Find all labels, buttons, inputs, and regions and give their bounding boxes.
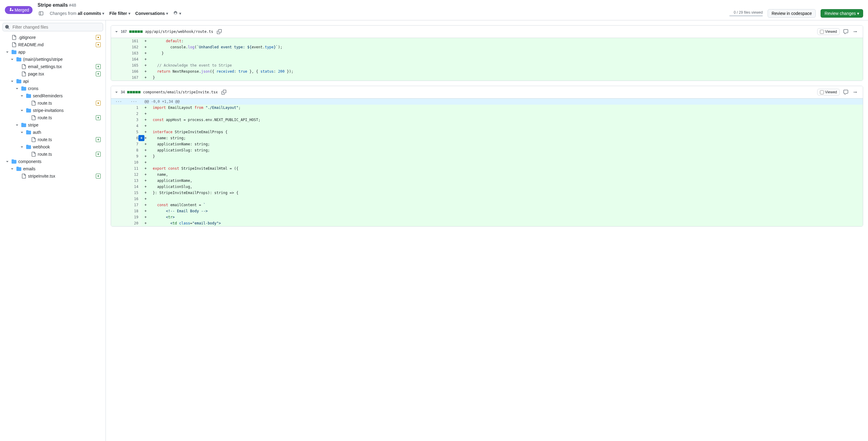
comment-icon[interactable] bbox=[842, 89, 849, 96]
diff-line[interactable]: 165+ // Acknowledge the event to Stripe bbox=[111, 62, 863, 68]
line-number-old bbox=[111, 50, 126, 56]
file-icon bbox=[11, 35, 17, 40]
tree-folder[interactable]: stripe bbox=[2, 121, 103, 129]
tree-file[interactable]: route.ts bbox=[2, 99, 103, 107]
line-number-old bbox=[111, 38, 126, 44]
line-number-new: 5 bbox=[126, 129, 142, 135]
tree-folder[interactable]: webhook bbox=[2, 143, 103, 151]
line-number-new: 19 bbox=[126, 214, 142, 220]
diff-line[interactable]: 167+} bbox=[111, 74, 863, 81]
diff-sign: + bbox=[142, 68, 150, 74]
line-number-old bbox=[111, 196, 126, 202]
tree-file[interactable]: README.md bbox=[2, 41, 103, 49]
conversations-dropdown[interactable]: Conversations ▾ bbox=[135, 11, 168, 16]
review-codespace-button[interactable]: Review in codespace bbox=[768, 9, 816, 18]
diff-line[interactable]: 9+} bbox=[111, 153, 863, 159]
diff-line[interactable]: 161+ default: bbox=[111, 38, 863, 44]
line-code: name, bbox=[150, 171, 863, 178]
settings-dropdown[interactable]: ▾ bbox=[173, 11, 181, 16]
line-number-old bbox=[111, 214, 126, 220]
line-number-old bbox=[111, 74, 126, 81]
diff-line[interactable]: 18+ <!-- Email Body --> bbox=[111, 208, 863, 214]
tree-item-label: stripeInvite.tsx bbox=[28, 174, 94, 179]
tree-folder[interactable]: app bbox=[2, 49, 103, 56]
copy-path-icon[interactable] bbox=[216, 28, 223, 35]
diff-line[interactable]: 6++ name: string; bbox=[111, 135, 863, 141]
diff-line[interactable]: 5+interface StripeInviteEmailProps { bbox=[111, 129, 863, 135]
diff-line[interactable]: 13+ applicationName, bbox=[111, 178, 863, 184]
diff-line[interactable]: 8+ applicationSlug: string; bbox=[111, 147, 863, 153]
diff-sign: + bbox=[142, 220, 150, 226]
comment-icon[interactable] bbox=[842, 28, 849, 35]
diff-line[interactable]: 166+ return NextResponse.json({ received… bbox=[111, 68, 863, 74]
tree-folder[interactable]: stripe-invitations bbox=[2, 107, 103, 114]
diff-sign: + bbox=[142, 74, 150, 81]
diff-line[interactable]: 2+ bbox=[111, 111, 863, 117]
diff-sign: + bbox=[142, 208, 150, 214]
kebab-menu-icon[interactable] bbox=[852, 28, 859, 35]
diff-line[interactable]: 17+ const emailContent = ` bbox=[111, 202, 863, 208]
tree-file[interactable]: email_settings.tsx+ bbox=[2, 63, 103, 70]
tree-file[interactable]: route.ts+ bbox=[2, 114, 103, 121]
diff-line[interactable]: 7+ applicationName: string; bbox=[111, 141, 863, 147]
diff-line[interactable]: 19+ <tr> bbox=[111, 214, 863, 220]
viewed-checkbox[interactable]: Viewed bbox=[817, 89, 840, 95]
tree-file[interactable]: .gitignore bbox=[2, 34, 103, 41]
line-code: console.log(`Unhandled event type: ${eve… bbox=[150, 44, 863, 50]
sidebar-toggle-icon[interactable] bbox=[37, 10, 45, 17]
diff-line[interactable]: 15+}: StripeInviteEmailProps): string =>… bbox=[111, 190, 863, 196]
add-comment-button[interactable]: + bbox=[138, 135, 145, 141]
diff-line[interactable]: 16+ bbox=[111, 196, 863, 202]
diff-line[interactable]: 3+const appHost = process.env.NEXT_PUBLI… bbox=[111, 117, 863, 123]
viewed-checkbox[interactable]: Viewed bbox=[817, 28, 840, 35]
copy-path-icon[interactable] bbox=[220, 89, 227, 96]
folder-icon bbox=[26, 130, 31, 135]
line-number-old bbox=[111, 44, 126, 50]
diff-line[interactable]: 12+ name, bbox=[111, 171, 863, 178]
tree-folder[interactable]: sendReminders bbox=[2, 92, 103, 99]
expand-icon[interactable]: ··· bbox=[111, 98, 126, 105]
diff-sign: + bbox=[142, 141, 150, 147]
expand-icon[interactable]: ··· bbox=[126, 98, 142, 105]
file-path[interactable]: components/emails/stripeInvite.tsx bbox=[143, 90, 218, 94]
diff-line[interactable]: 20+ <td class="email-body"> bbox=[111, 220, 863, 226]
tree-file[interactable]: page.tsx+ bbox=[2, 70, 103, 77]
tree-folder[interactable]: (main)/settings/stripe bbox=[2, 56, 103, 63]
line-code: import EmailLayout from "./EmailLayout"; bbox=[150, 105, 863, 111]
changes-from-dropdown[interactable]: Changes from all commits ▾ bbox=[50, 11, 104, 16]
file-filter-dropdown[interactable]: File filter ▾ bbox=[109, 11, 130, 16]
tree-folder[interactable]: api bbox=[2, 77, 103, 85]
tree-file[interactable]: stripeInvite.tsx+ bbox=[2, 172, 103, 180]
diff-sign: + bbox=[142, 202, 150, 208]
tree-file[interactable]: route.ts+ bbox=[2, 136, 103, 143]
line-number-old bbox=[111, 184, 126, 190]
tree-file[interactable]: route.ts+ bbox=[2, 151, 103, 158]
diff-line[interactable]: 163+ } bbox=[111, 50, 863, 56]
tree-folder[interactable]: components bbox=[2, 158, 103, 165]
tree-folder[interactable]: auth bbox=[2, 129, 103, 136]
folder-icon bbox=[17, 166, 21, 171]
diff-line[interactable]: 4+ bbox=[111, 123, 863, 129]
line-number-new: 13 bbox=[126, 178, 142, 184]
tree-item-label: (main)/settings/stripe bbox=[23, 57, 101, 62]
diff-line[interactable]: 11+export const StripeInviteEmailHtml = … bbox=[111, 165, 863, 171]
chevron-down-icon[interactable] bbox=[115, 90, 118, 94]
diff-sign: + bbox=[142, 123, 150, 129]
diff-line[interactable]: 164+ bbox=[111, 56, 863, 62]
tree-folder[interactable]: emails bbox=[2, 165, 103, 172]
filter-files-input[interactable] bbox=[2, 23, 103, 31]
review-changes-button[interactable]: Review changes ▾ bbox=[820, 9, 863, 18]
file-path[interactable]: app/api/stripe/webhook/route.ts bbox=[145, 30, 213, 34]
pr-title: Stripe emails bbox=[37, 2, 68, 8]
tree-folder[interactable]: crons bbox=[2, 85, 103, 92]
chevron-down-icon[interactable] bbox=[115, 30, 118, 33]
diff-line[interactable]: 1+import EmailLayout from "./EmailLayout… bbox=[111, 105, 863, 111]
line-number-new: 11 bbox=[126, 165, 142, 171]
folder-icon bbox=[21, 123, 26, 127]
diff-line[interactable]: 10+ bbox=[111, 159, 863, 165]
tree-item-label: sendReminders bbox=[33, 93, 101, 98]
diff-line[interactable]: 14+ applicationSlug, bbox=[111, 184, 863, 190]
diff-line[interactable]: 162+ console.log(`Unhandled event type: … bbox=[111, 44, 863, 50]
line-number-old bbox=[111, 202, 126, 208]
kebab-menu-icon[interactable] bbox=[852, 89, 859, 96]
